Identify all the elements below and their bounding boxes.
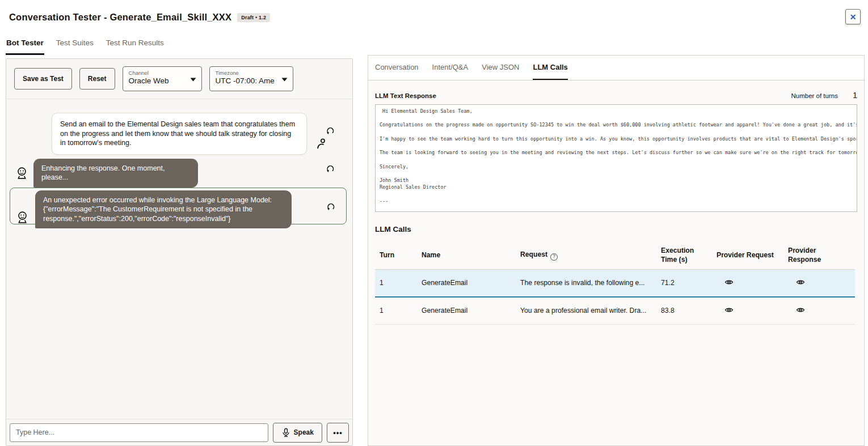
cell-turn: 1 — [375, 269, 417, 297]
cell-name: GenerateEmail — [417, 297, 516, 325]
llm-calls-table: Turn Name Request? Execution Time (s) Pr… — [375, 242, 855, 325]
cell-execution-time: 83.8 — [656, 297, 712, 325]
column-header-name: Name — [417, 242, 516, 269]
channel-select[interactable]: Channel Oracle Web — [123, 66, 202, 91]
help-icon[interactable]: ? — [550, 253, 558, 261]
retry-message-icon[interactable] — [325, 164, 335, 174]
user-message-bubble: Send an email to the Elemental Design sa… — [52, 113, 307, 155]
tab-view-json[interactable]: View JSON — [482, 56, 519, 80]
cell-execution-time: 71.2 — [656, 269, 712, 297]
request-header-label: Request — [520, 250, 547, 258]
cell-name: GenerateEmail — [417, 269, 516, 297]
user-avatar-icon — [316, 138, 327, 150]
tab-intent-qa[interactable]: Intent/Q&A — [432, 56, 469, 80]
timezone-select-value: UTC -07:00: Ame — [216, 77, 278, 85]
close-button[interactable]: ✕ — [845, 9, 861, 24]
retry-message-icon[interactable] — [325, 126, 335, 136]
provider-response-eye-icon[interactable] — [796, 305, 805, 315]
channel-select-value: Oracle Web — [129, 77, 187, 85]
cell-request: The response is invalid, the following e… — [516, 269, 656, 297]
table-row[interactable]: 1 GenerateEmail The response is invalid,… — [375, 269, 855, 297]
cell-request: You are a professional email writer. Dra… — [516, 297, 656, 325]
table-row[interactable]: 1 GenerateEmail You are a professional e… — [375, 297, 855, 325]
provider-request-eye-icon[interactable] — [724, 278, 734, 287]
chevron-down-icon — [281, 78, 288, 82]
version-badge: Draft • 1.2 — [237, 13, 270, 22]
tester-toolbar: Save as Test Reset Channel Oracle Web Ti… — [6, 59, 352, 99]
speak-button-label: Speak — [294, 428, 314, 436]
more-options-button[interactable]: ••• — [327, 423, 349, 443]
llm-text-response-box[interactable]: Hi Elemental Design Sales Team, Congratu… — [375, 104, 857, 212]
tab-test-suites[interactable]: Test Suites — [56, 35, 94, 55]
conversation-area: Send an email to the Elemental Design sa… — [6, 99, 352, 419]
provider-response-eye-icon[interactable] — [796, 278, 805, 287]
close-icon: ✕ — [850, 12, 857, 22]
ellipsis-icon: ••• — [333, 428, 343, 437]
llm-text-response-label: LLM Text Response — [375, 92, 436, 99]
main-tab-bar: Bot Tester Test Suites Test Run Results — [6, 35, 165, 55]
timezone-select-label: Timezone — [216, 70, 278, 76]
selected-message-container[interactable]: An unexpected error occurred while invok… — [10, 188, 347, 224]
channel-select-label: Channel — [129, 70, 187, 76]
bot-tester-panel: Save as Test Reset Channel Oracle Web Ti… — [6, 58, 353, 446]
message-input-bar: Speak ••• — [6, 419, 352, 445]
bot-avatar-icon — [16, 211, 28, 224]
speak-button[interactable]: Speak — [273, 423, 322, 443]
details-tab-bar: Conversation Intent/Q&A View JSON LLM Ca… — [368, 56, 864, 80]
llm-calls-heading: LLM Calls — [375, 225, 857, 233]
page-title-text: Conversation Tester - Generate_Email_Ski… — [9, 12, 231, 22]
retry-message-icon[interactable] — [326, 202, 335, 212]
details-panel: Conversation Intent/Q&A View JSON LLM Ca… — [368, 55, 865, 446]
tab-test-run-results[interactable]: Test Run Results — [106, 35, 165, 55]
message-input[interactable] — [10, 423, 268, 442]
tab-llm-calls[interactable]: LLM Calls — [533, 56, 567, 80]
microphone-icon — [282, 428, 290, 437]
table-header-row: Turn Name Request? Execution Time (s) Pr… — [375, 242, 855, 269]
window-header: Conversation Tester - Generate_Email_Ski… — [0, 0, 868, 34]
bot-status-bubble: Enhancing the response. One moment, plea… — [33, 159, 198, 188]
tab-bot-tester[interactable]: Bot Tester — [6, 35, 44, 55]
bot-avatar-icon — [16, 167, 28, 180]
page-title: Conversation Tester - Generate_Email_Ski… — [9, 12, 270, 23]
number-of-turns-value: 1 — [853, 91, 857, 100]
llm-calls-content: LLM Text Response Number of turns 1 Hi E… — [368, 80, 864, 445]
chevron-down-icon — [190, 78, 196, 82]
provider-request-eye-icon[interactable] — [724, 305, 734, 315]
tab-conversation[interactable]: Conversation — [375, 56, 419, 80]
column-header-execution-time: Execution Time (s) — [656, 242, 712, 269]
column-header-turn: Turn — [375, 242, 417, 269]
bot-error-bubble: An unexpected error occurred while invok… — [35, 190, 292, 228]
column-header-provider-response: Provider Response — [783, 242, 855, 269]
save-as-test-button[interactable]: Save as Test — [14, 68, 72, 90]
column-header-provider-request: Provider Request — [712, 242, 783, 269]
timezone-select[interactable]: Timezone UTC -07:00: Ame — [209, 66, 293, 91]
column-header-request: Request? — [516, 242, 656, 269]
reset-button[interactable]: Reset — [79, 68, 115, 90]
number-of-turns-label: Number of turns — [791, 92, 837, 99]
cell-turn: 1 — [375, 297, 417, 325]
